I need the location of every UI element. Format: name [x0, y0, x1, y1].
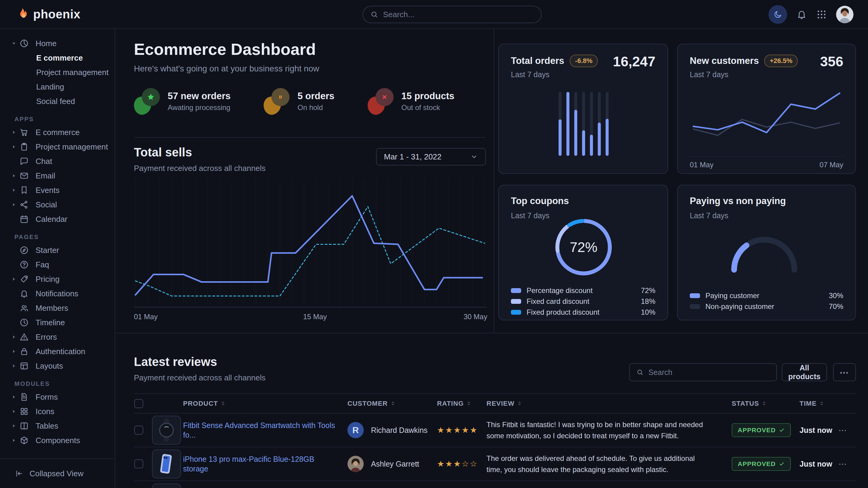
column-header-product[interactable]: PRODUCT — [183, 400, 347, 408]
column-header-rating[interactable]: RATING — [437, 400, 487, 408]
moon-icon — [773, 10, 783, 19]
date-range-select[interactable]: Mar 1 - 31, 2022 — [376, 148, 486, 165]
chevron-down-icon — [470, 153, 478, 161]
global-search[interactable] — [363, 6, 542, 23]
product-thumbnail[interactable] — [152, 484, 181, 488]
sidebar-item-project-management-dashboard[interactable]: Project management — [0, 65, 115, 79]
x-badge — [368, 88, 394, 115]
customer-name: Richard Dawkins — [371, 426, 428, 435]
row-actions-button[interactable]: ⋯ — [838, 459, 856, 469]
product-link[interactable]: iPhone 13 pro max-Pacific Blue-128GB sto… — [183, 455, 314, 473]
sidebar-item-icons[interactable]: Icons — [0, 404, 115, 419]
chevron-right-icon — [11, 349, 17, 355]
column-header-customer[interactable]: CUSTOMER — [347, 400, 437, 408]
table-row: iPhone 13 pro max-Pacific Blue-128GB sto… — [134, 447, 856, 481]
customer-avatar[interactable] — [347, 456, 364, 472]
card-value: 356 — [820, 53, 843, 70]
sidebar-item-calendar[interactable]: Calendar — [0, 212, 115, 226]
notifications-bell-icon[interactable] — [796, 9, 807, 20]
sidebar-item-layouts[interactable]: Layouts — [0, 359, 115, 373]
clock-icon — [19, 318, 29, 327]
sidebar-item-social-feed[interactable]: Social feed — [0, 94, 115, 108]
phoenix-flame-icon — [15, 7, 29, 21]
product-thumbnail[interactable] — [152, 416, 181, 445]
reviews-search[interactable] — [629, 363, 777, 381]
sidebar-item-components[interactable]: Components — [0, 433, 115, 448]
sort-icon — [466, 401, 471, 406]
brand-logo[interactable]: phoenix — [15, 7, 81, 21]
legend-row: Fixed card discount 18% — [511, 297, 655, 306]
apps-grid-icon[interactable] — [816, 9, 827, 20]
change-badge: -6.8% — [570, 55, 598, 67]
sidebar-item-timeline[interactable]: Timeline — [0, 315, 115, 330]
legend-label: Percentage discount — [527, 286, 593, 295]
sidebar-item-notifications[interactable]: Notifications — [0, 286, 115, 301]
check-icon — [779, 461, 785, 467]
x-axis-label: 07 May — [819, 161, 843, 169]
collapsed-view-label: Collapsed View — [30, 469, 84, 478]
cube-icon — [19, 435, 29, 445]
table-row-partial — [134, 481, 856, 488]
sidebar-item-authentication[interactable]: Authentication — [0, 344, 115, 359]
sidebar-item-tables[interactable]: Tables — [0, 419, 115, 433]
table-row: Fitbit Sense Advanced Smartwatch with To… — [134, 414, 856, 447]
sidebar-item-pricing[interactable]: Pricing — [0, 272, 115, 286]
sidebar-item-errors[interactable]: Errors — [0, 330, 115, 344]
sidebar-item-ecommerce[interactable]: E commerce — [0, 125, 115, 139]
sidebar-item-email[interactable]: Email — [0, 168, 115, 183]
select-all-checkbox[interactable] — [134, 399, 143, 408]
legend-swatch — [511, 310, 521, 315]
more-options-button[interactable]: ⋯ — [833, 363, 856, 381]
product-thumbnail[interactable] — [152, 449, 181, 478]
brand-name: phoenix — [33, 7, 81, 21]
column-header-review[interactable]: REVIEW — [487, 400, 732, 408]
card-title: New customers — [690, 56, 759, 66]
row-actions-button[interactable]: ⋯ — [838, 425, 856, 435]
card-period: Last 7 days — [511, 211, 550, 220]
vertical-divider — [494, 29, 494, 333]
product-link[interactable]: Fitbit Sense Advanced Smartwatch with To… — [183, 421, 335, 440]
sidebar-item-home[interactable]: Home — [0, 36, 115, 51]
all-products-button[interactable]: All products — [782, 363, 827, 381]
latest-reviews-title: Latest reviews — [134, 355, 217, 369]
sidebar-item-forms[interactable]: Forms — [0, 390, 115, 404]
stat-label: Out of stock — [401, 103, 455, 112]
x-axis-label: 01 May — [134, 313, 158, 321]
paying-gauge-chart — [730, 235, 799, 275]
sidebar-item-landing[interactable]: Landing — [0, 79, 115, 94]
cart-icon — [19, 128, 29, 137]
chevron-right-icon — [11, 187, 17, 193]
row-checkbox[interactable] — [134, 426, 143, 435]
stat-label: On hold — [298, 103, 334, 112]
user-avatar[interactable] — [836, 6, 854, 23]
sidebar-item-chat[interactable]: Chat — [0, 154, 115, 168]
sidebar-item-ecommerce-dashboard[interactable]: E commerce — [0, 51, 115, 65]
lock-icon — [19, 347, 29, 356]
customer-avatar[interactable]: R — [347, 422, 364, 438]
quick-stats: 57 new ordersAwating processing 5 orders… — [134, 88, 455, 115]
theme-toggle-button[interactable] — [769, 5, 787, 24]
sidebar-item-project-management[interactable]: Project management — [0, 139, 115, 154]
chevron-right-icon — [11, 437, 17, 444]
reviews-search-input[interactable] — [648, 368, 764, 377]
card-period: Last 7 days — [690, 70, 728, 79]
orders-bar-chart — [559, 92, 609, 157]
sidebar-item-starter[interactable]: Starter — [0, 243, 115, 257]
row-checkbox[interactable] — [134, 459, 143, 468]
page-subtitle: Here's what's going on at your business … — [134, 64, 319, 73]
global-search-input[interactable] — [382, 10, 525, 20]
sidebar-item-events[interactable]: Events — [0, 183, 115, 197]
collapsed-view-toggle[interactable]: Collapsed View — [0, 458, 114, 488]
sidebar-item-faq[interactable]: Faq — [0, 257, 115, 272]
help-circle-icon — [19, 260, 29, 269]
chevron-right-icon — [11, 276, 17, 282]
legend-value: 72% — [641, 286, 655, 295]
sidebar-item-members[interactable]: Members — [0, 301, 115, 315]
column-header-time[interactable]: TIME — [800, 400, 838, 408]
legend-row: Non-paying customer 70% — [690, 302, 843, 311]
legend-value: 18% — [641, 297, 655, 306]
card-value: 16,247 — [613, 53, 655, 70]
stat-value: 5 orders — [298, 91, 334, 102]
column-header-status[interactable]: STATUS — [732, 400, 800, 408]
sidebar-item-social[interactable]: Social — [0, 197, 115, 212]
